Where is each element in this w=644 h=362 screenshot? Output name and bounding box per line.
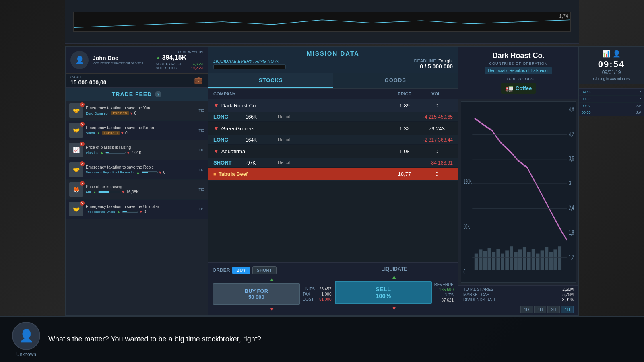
dialogue-panel: 👤 Unknown What's the matter? You wanted … bbox=[0, 316, 644, 362]
event-text: St* bbox=[636, 104, 641, 108]
trade-avatar: 🤝 ✕ bbox=[69, 202, 83, 216]
position-row: LONG 164K Deficit -2 317 363,44 bbox=[208, 135, 458, 145]
company-header: Dark Roast Co. COUNTRIES OF OPERATION De… bbox=[458, 47, 578, 99]
company-stats: TOTAL SHARES 2,50M MARKET CAP 5,75M DIVI… bbox=[458, 285, 578, 304]
stock-vol: 0 bbox=[421, 103, 453, 109]
stock-name: GreenGrocers bbox=[221, 125, 254, 132]
company-country: Democratic Republic of Balkuador bbox=[485, 67, 552, 74]
liquidate-bar bbox=[213, 64, 286, 69]
dialogue-speaker-area: 👤 Unknown bbox=[12, 322, 40, 357]
trade-entity: Siana bbox=[86, 131, 95, 135]
svg-rect-15 bbox=[496, 249, 500, 270]
liquidate-arrow-down[interactable]: ▼ bbox=[335, 305, 454, 311]
stock-vol: 0 bbox=[421, 148, 453, 154]
short-debt-value: -19,25M bbox=[190, 66, 203, 70]
buy-button[interactable]: BUY bbox=[232, 267, 250, 274]
wealth-change: +4,65M bbox=[191, 62, 203, 66]
market-cap-label: MARKET CAP bbox=[463, 292, 518, 297]
liquidate-arrow-up[interactable]: ▲ bbox=[335, 274, 454, 280]
list-item[interactable]: 🤝 ✕ Emergency taxation to save the Kruan… bbox=[66, 121, 208, 140]
table-row[interactable]: ▼ GreenGrocers 1,32 79 243 bbox=[208, 122, 458, 135]
position-row: SHORT -97K Deficit -84 183,91 bbox=[208, 158, 458, 168]
list-item[interactable]: 🤝 ✕ Emergency taxation to save the Unido… bbox=[66, 200, 208, 219]
cost-value: -51 000 bbox=[318, 297, 332, 302]
short-button[interactable]: SHORT bbox=[252, 266, 277, 274]
mission-progress: 0 / 5 000 000 bbox=[414, 63, 453, 70]
trade-entity: Euro Dominion bbox=[86, 111, 110, 115]
event-item: 09:02 St* bbox=[579, 103, 644, 109]
svg-rect-11 bbox=[479, 249, 483, 270]
timeframe-1h[interactable]: 1H bbox=[561, 306, 574, 313]
list-item[interactable]: 🦊 ✕ Price of fur is raising Fur ▲ ♥ 16,0… bbox=[66, 180, 208, 200]
trade-avatar: 🤝 ✕ bbox=[69, 123, 83, 138]
timeframe-4h[interactable]: 4H bbox=[534, 306, 547, 313]
tab-goods[interactable]: GOODS bbox=[333, 73, 458, 88]
clock-time: 09:54 bbox=[598, 59, 625, 70]
svg-rect-10 bbox=[475, 254, 478, 270]
col-vol: VOL. bbox=[421, 91, 453, 96]
trade-avatar: 🤝 ✕ bbox=[69, 162, 83, 177]
trade-entity: Plastics bbox=[86, 151, 98, 155]
stocks-list: ▼ Dark Roast Co. 1,89 0 LONG 166K Defici… bbox=[208, 99, 458, 262]
tax-label: TAX bbox=[303, 292, 310, 296]
event-text: * bbox=[640, 97, 641, 101]
svg-rect-24 bbox=[536, 254, 540, 270]
chart-icon: 📊 bbox=[602, 50, 610, 58]
svg-rect-22 bbox=[527, 252, 531, 270]
player-info: 👤 John Doe Vice President Investment Ser… bbox=[66, 47, 208, 74]
sell-button[interactable]: SELL 100% bbox=[335, 281, 432, 304]
badge: ✕ bbox=[80, 201, 85, 206]
trade-tic: TIC bbox=[199, 128, 205, 132]
revenue-label: REVENUE bbox=[434, 282, 454, 287]
position-type: SHORT bbox=[213, 160, 246, 166]
help-button[interactable]: ? bbox=[155, 91, 161, 97]
order-arrow-up[interactable]: ▲ bbox=[213, 276, 332, 282]
position-status: Deficit bbox=[278, 114, 290, 120]
svg-text:1,2: 1,2 bbox=[569, 253, 574, 261]
sell-units-label: UNITS bbox=[442, 293, 454, 297]
timeframe-1d[interactable]: 1D bbox=[520, 306, 533, 313]
trade-feed-header: TRADE FEED ? bbox=[66, 88, 208, 101]
market-cap-value: 5,75M bbox=[519, 292, 574, 297]
units-label: UNITS bbox=[303, 287, 315, 291]
timeframe-2h[interactable]: 2H bbox=[547, 306, 560, 313]
col-company: COMPANY bbox=[213, 91, 388, 96]
expired-badge: EXPIRED bbox=[111, 111, 129, 115]
avatar-icon: 👤 bbox=[19, 329, 34, 343]
badge: ✕ bbox=[80, 102, 85, 107]
list-item[interactable]: 📈 ✕ Price of plastics is raising Plastic… bbox=[66, 140, 208, 160]
table-row[interactable]: ▼ Dark Roast Co. 1,89 0 bbox=[208, 99, 458, 112]
stock-price: 1,32 bbox=[388, 125, 421, 132]
event-text: * bbox=[640, 90, 641, 94]
list-item[interactable]: 🤝 ✕ Emergency taxation to save the Roble… bbox=[66, 160, 208, 180]
position-pl: -4 215 450,65 bbox=[423, 114, 453, 120]
svg-rect-26 bbox=[545, 247, 549, 270]
badge: ✕ bbox=[80, 181, 85, 186]
trade-tic: TIC bbox=[199, 168, 205, 172]
event-time: 09:02 bbox=[582, 104, 591, 108]
cash-label: CASH bbox=[70, 75, 107, 79]
deadline-label: DEADLINE bbox=[414, 58, 436, 63]
stock-arrow-icon: ▼ bbox=[213, 125, 219, 132]
stock-vol: 0 bbox=[421, 171, 453, 177]
event-time: 09:00 bbox=[582, 111, 591, 115]
position-row: LONG 166K Deficit -4 215 450,65 bbox=[208, 112, 458, 122]
table-row[interactable]: ■ Tabula Beef 18,77 0 bbox=[208, 168, 458, 181]
assets-label: ASSETS VALUE bbox=[156, 62, 183, 66]
table-row[interactable]: ▼ Aquafirma 1,08 0 bbox=[208, 145, 458, 158]
svg-text:4,2: 4,2 bbox=[569, 130, 574, 138]
stock-vol: 79 243 bbox=[421, 125, 453, 132]
svg-text:0: 0 bbox=[463, 268, 465, 276]
deadline-value: Tonight bbox=[439, 58, 453, 63]
dialogue-avatar: 👤 bbox=[12, 322, 40, 350]
stock-name: Dark Roast Co. bbox=[221, 103, 257, 109]
buy-for-button[interactable]: BUY FOR 50 000 bbox=[213, 283, 300, 305]
list-item[interactable]: 🤝 ✕ Emergency taxation to save the Yure … bbox=[66, 101, 208, 121]
coffee-icon: 🚛 bbox=[505, 84, 513, 92]
tab-stocks[interactable]: STOCKS bbox=[208, 73, 333, 88]
units-value: 26 457 bbox=[319, 287, 332, 291]
position-status: Deficit bbox=[278, 160, 290, 166]
order-arrow-down[interactable]: ▼ bbox=[213, 306, 332, 312]
svg-rect-28 bbox=[553, 249, 557, 270]
stock-name: Aquafirma bbox=[221, 148, 245, 154]
